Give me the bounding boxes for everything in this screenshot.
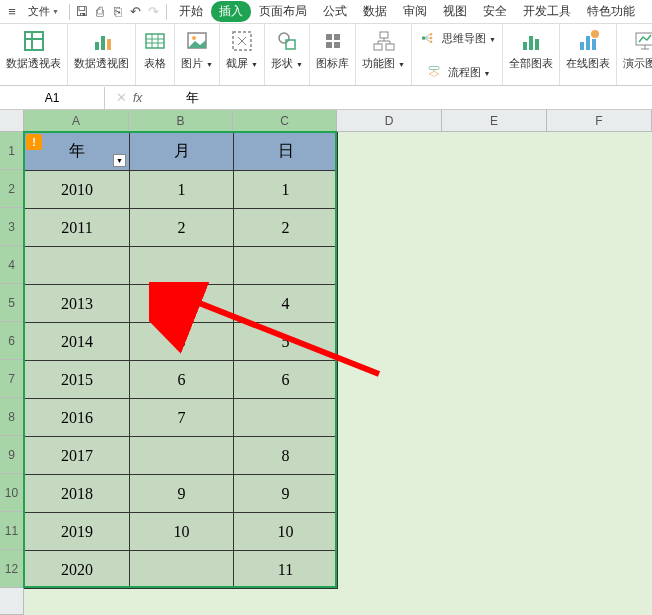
row-header-1[interactable]: 1 [0, 132, 24, 170]
data-cell[interactable] [130, 247, 234, 285]
data-cell[interactable]: 4 [130, 285, 234, 323]
name-box[interactable] [0, 87, 105, 109]
ribbon-shapes[interactable]: 形状 ▼ [265, 24, 310, 85]
tab-公式[interactable]: 公式 [315, 1, 355, 22]
data-cell[interactable] [130, 551, 234, 589]
data-cell[interactable]: 9 [234, 475, 338, 513]
ribbon-picture[interactable]: 图片 ▼ [175, 24, 220, 85]
data-cell[interactable]: 9 [130, 475, 234, 513]
chart-online-icon [575, 28, 601, 54]
data-cell[interactable]: 1 [234, 171, 338, 209]
ribbon-flowchart[interactable]: 流程图 ▼ [424, 62, 491, 82]
data-cell[interactable]: 2 [130, 209, 234, 247]
data-cell[interactable]: 10 [234, 513, 338, 551]
row-header-3[interactable]: 3 [0, 208, 24, 246]
file-menu-button[interactable]: 文件 ▼ [22, 2, 65, 21]
data-cell[interactable]: 2017 [25, 437, 130, 475]
fx-icon[interactable]: fx [133, 91, 142, 105]
data-cell[interactable]: 1 [130, 171, 234, 209]
data-cell[interactable]: 6 [234, 361, 338, 399]
data-cell[interactable]: 2018 [25, 475, 130, 513]
data-cell[interactable]: 11 [234, 551, 338, 589]
data-cell[interactable] [234, 399, 338, 437]
col-header-D[interactable]: D [337, 110, 442, 132]
tab-视图[interactable]: 视图 [435, 1, 475, 22]
header-cell[interactable]: 月 [130, 133, 234, 171]
data-cell[interactable]: 2013 [25, 285, 130, 323]
tab-特色功能[interactable]: 特色功能 [579, 1, 643, 22]
row-header-7[interactable]: 7 [0, 360, 24, 398]
redo-icon[interactable]: ↷ [146, 4, 162, 20]
col-header-E[interactable]: E [442, 110, 547, 132]
row-header-4[interactable]: 4 [0, 246, 24, 284]
tab-审阅[interactable]: 审阅 [395, 1, 435, 22]
formula-input[interactable] [182, 90, 652, 105]
ribbon-pivot-table[interactable]: 数据透视表 [0, 24, 68, 85]
cancel-icon[interactable]: ✕ [113, 90, 129, 106]
svg-point-12 [192, 36, 196, 40]
data-cell[interactable]: 4 [234, 285, 338, 323]
data-cell[interactable]: 7 [130, 399, 234, 437]
tab-插入[interactable]: 插入 [211, 1, 251, 22]
data-cell[interactable]: 2015 [25, 361, 130, 399]
ribbon-mindmap[interactable]: 思维导图 ▼ [418, 28, 496, 48]
data-cell[interactable]: 2011 [25, 209, 130, 247]
ribbon-icons[interactable]: 图标库 [310, 24, 356, 85]
data-cell[interactable]: 10 [130, 513, 234, 551]
ribbon-chart-online[interactable]: 在线图表 [560, 24, 617, 85]
row-header-11[interactable]: 11 [0, 512, 24, 550]
data-cell[interactable]: 8 [234, 437, 338, 475]
print-icon[interactable]: ⎙ [92, 4, 108, 20]
data-cell[interactable]: 2 [234, 209, 338, 247]
tab-开始[interactable]: 开始 [171, 1, 211, 22]
data-cell[interactable]: 2016 [25, 399, 130, 437]
ribbon-diagram[interactable]: 功能图 ▼ [356, 24, 412, 85]
row-header-x[interactable] [0, 588, 24, 615]
ribbon-pivot-chart[interactable]: 数据透视图 [68, 24, 136, 85]
col-header-B[interactable]: B [129, 110, 233, 132]
row-header-5[interactable]: 5 [0, 284, 24, 322]
ribbon-screenshot[interactable]: 截屏 ▼ [220, 24, 265, 85]
data-cell[interactable] [234, 247, 338, 285]
row-header-9[interactable]: 9 [0, 436, 24, 474]
row-header-10[interactable]: 10 [0, 474, 24, 512]
data-cell[interactable]: 5 [234, 323, 338, 361]
header-cell[interactable]: 日 [234, 133, 338, 171]
row-header-12[interactable]: 12 [0, 550, 24, 588]
mindmap-icon [418, 30, 438, 46]
ribbon-table[interactable]: 表格 [136, 24, 175, 85]
row-header-2[interactable]: 2 [0, 170, 24, 208]
grid-area: 123456789101112 ABCDEF 年月日20101120112220… [0, 110, 652, 615]
data-cell[interactable]: 2010 [25, 171, 130, 209]
tab-数据[interactable]: 数据 [355, 1, 395, 22]
data-cell[interactable] [130, 437, 234, 475]
row-headers: 123456789101112 [0, 132, 24, 615]
menu-icon[interactable]: ≡ [4, 4, 20, 20]
ribbon-chart-all[interactable]: 全部图表 [503, 24, 560, 85]
warning-badge-icon[interactable]: ! [26, 134, 42, 150]
tab-页面布局[interactable]: 页面布局 [251, 1, 315, 22]
undo-icon[interactable]: ↶ [128, 4, 144, 20]
filter-dropdown-icon[interactable]: ▼ [113, 154, 126, 167]
svg-rect-18 [326, 34, 332, 40]
save-icon[interactable]: 🖫 [74, 4, 90, 20]
tab-安全[interactable]: 安全 [475, 1, 515, 22]
col-header-C[interactable]: C [233, 110, 337, 132]
data-cell[interactable]: 2019 [25, 513, 130, 551]
data-cell[interactable]: 5 [130, 323, 234, 361]
svg-point-31 [430, 37, 432, 39]
select-all-corner[interactable] [0, 110, 24, 132]
ribbon-chart-present[interactable]: 演示图表 [617, 24, 652, 85]
row-header-6[interactable]: 6 [0, 322, 24, 360]
data-cell[interactable] [25, 247, 130, 285]
tab-开发工具[interactable]: 开发工具 [515, 1, 579, 22]
cells-area[interactable]: 年月日2010112011222013442014552015662016720… [24, 132, 652, 615]
data-cell[interactable]: 2020 [25, 551, 130, 589]
row-header-8[interactable]: 8 [0, 398, 24, 436]
col-header-A[interactable]: A [24, 110, 129, 132]
chart-present-icon [632, 28, 652, 54]
preview-icon[interactable]: ⎘ [110, 4, 126, 20]
col-header-F[interactable]: F [547, 110, 652, 132]
data-cell[interactable]: 2014 [25, 323, 130, 361]
data-cell[interactable]: 6 [130, 361, 234, 399]
